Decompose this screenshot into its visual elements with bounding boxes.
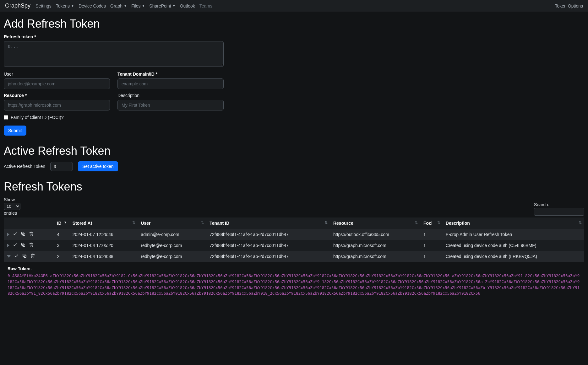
label-show: Show <box>4 197 15 202</box>
cell-resource: https://graph.microsoft.com <box>330 251 420 262</box>
cell-foci: 1 <box>420 251 443 262</box>
cell-user: redbyte@e-corp.com <box>138 240 206 251</box>
label-user: User <box>4 72 110 77</box>
tenant-input[interactable] <box>117 78 224 89</box>
navbar: GraphSpy SettingsTokens▼Device CodesGrap… <box>0 0 588 12</box>
check-icon[interactable] <box>13 242 18 248</box>
cell-foci: 1 <box>420 240 443 251</box>
active-token-input[interactable] <box>50 162 73 171</box>
expand-icon[interactable] <box>7 233 9 236</box>
table-length: Show 102550100 entries <box>4 197 20 216</box>
col-user[interactable]: User <box>138 217 206 229</box>
resource-input[interactable] <box>4 100 110 110</box>
table-body: 42024-01-07 12:26:46admin@e-corp.com72f9… <box>4 229 584 262</box>
label-resource: Resource * <box>4 93 110 98</box>
copy-icon[interactable] <box>21 242 26 248</box>
nav-graph[interactable]: Graph▼ <box>110 3 127 8</box>
nav-token-options[interactable]: Token Options <box>555 3 583 8</box>
copy-icon[interactable] <box>22 253 27 259</box>
raw-token-label: Raw Token: <box>8 266 580 271</box>
chevron-down-icon: ▼ <box>142 4 145 8</box>
label-tenant: Tenant Domain/ID * <box>117 72 224 77</box>
cell-tenant: 72f988bf-86f1-41af-91ab-2d7cd011db47 <box>206 240 330 251</box>
refresh-tokens-table: IDStored AtUserTenant IDResourceFociDesc… <box>4 217 584 262</box>
col-id[interactable]: ID <box>54 217 69 229</box>
check-icon[interactable] <box>14 253 19 259</box>
label-search: Search: <box>534 202 549 207</box>
nav-sharepoint[interactable]: SharePoint▼ <box>149 3 175 8</box>
refresh-token-input[interactable] <box>4 41 224 67</box>
cell-user: admin@e-corp.com <box>138 229 206 240</box>
nav-settings[interactable]: Settings <box>35 3 52 8</box>
cell-desc: Created using device code auth (C54L96BM… <box>443 240 584 251</box>
raw-token-text: 0.AS8AYEfVkp24GE6faZbY9182Cx56aZbY9182Cx… <box>8 273 580 297</box>
user-input[interactable] <box>4 78 110 89</box>
chevron-down-icon: ▼ <box>124 4 127 8</box>
cell-stored: 2024-01-04 16:28:38 <box>69 251 138 262</box>
chevron-down-icon: ▼ <box>71 4 74 8</box>
col-foci[interactable]: Foci <box>420 217 443 229</box>
table-search: Search: <box>534 202 584 216</box>
trash-icon[interactable] <box>30 253 35 259</box>
label-entries: entries <box>4 211 17 216</box>
col-actions <box>4 217 54 229</box>
col-resource[interactable]: Resource <box>330 217 420 229</box>
label-description: Description <box>117 93 224 98</box>
trash-icon[interactable] <box>29 242 34 248</box>
col-description[interactable]: Description <box>443 217 584 229</box>
nav-outlook[interactable]: Outlook <box>180 3 195 8</box>
table-row: 22024-01-04 16:28:38redbyte@e-corp.com72… <box>4 251 584 262</box>
cell-id: 3 <box>54 240 69 251</box>
brand[interactable]: GraphSpy <box>5 3 30 9</box>
raw-token-block: Raw Token: 0.AS8AYEfVkp24GE6faZbY9182Cx5… <box>4 263 584 300</box>
nav-device-codes[interactable]: Device Codes <box>79 3 106 8</box>
label-active-token: Active Refresh Token <box>4 164 45 169</box>
table-row: 42024-01-07 12:26:46admin@e-corp.com72f9… <box>4 229 584 240</box>
copy-icon[interactable] <box>21 231 26 237</box>
cell-tenant: 72f988bf-86f1-41af-91ab-2d7cd011db47 <box>206 229 330 240</box>
cell-id: 4 <box>54 229 69 240</box>
chevron-down-icon: ▼ <box>172 4 176 8</box>
nav-teams: Teams <box>199 3 212 8</box>
label-refresh-token: Refresh token * <box>4 34 224 39</box>
search-input[interactable] <box>534 208 584 216</box>
description-input[interactable] <box>117 100 224 110</box>
length-select[interactable]: 102550100 <box>4 203 20 210</box>
cell-foci: 1 <box>420 229 443 240</box>
col-stored-at[interactable]: Stored At <box>69 217 138 229</box>
cell-resource: https://graph.microsoft.com <box>330 240 420 251</box>
nav-files[interactable]: Files▼ <box>131 3 145 8</box>
trash-icon[interactable] <box>29 231 34 237</box>
check-icon[interactable] <box>13 231 18 237</box>
label-foci: Family of Client ID (FOCI)? <box>11 115 64 120</box>
cell-resource: https://outlook.office365.com <box>330 229 420 240</box>
cell-stored: 2024-01-07 12:26:46 <box>69 229 138 240</box>
cell-id: 2 <box>54 251 69 262</box>
nav-tokens[interactable]: Tokens▼ <box>56 3 74 8</box>
foci-checkbox[interactable] <box>4 115 8 120</box>
submit-button[interactable]: Submit <box>4 126 26 136</box>
cell-user: redbyte@e-corp.com <box>138 251 206 262</box>
set-active-button[interactable]: Set active token <box>78 161 118 171</box>
cell-desc: Created using device code auth (LRKBVQ5J… <box>443 251 584 262</box>
table-header-row: IDStored AtUserTenant IDResourceFociDesc… <box>4 217 584 229</box>
heading-add-refresh-token: Add Refresh Token <box>4 17 584 30</box>
expand-icon[interactable] <box>7 255 11 258</box>
cell-desc: E-crop Admin User Refresh Token <box>443 229 584 240</box>
nav-links: SettingsTokens▼Device CodesGraph▼Files▼S… <box>35 3 212 8</box>
heading-active-token: Active Refresh Token <box>4 144 584 158</box>
col-tenant-id[interactable]: Tenant ID <box>206 217 330 229</box>
expand-icon[interactable] <box>7 244 9 247</box>
heading-refresh-tokens: Refresh Tokens <box>4 180 584 193</box>
table-row: 32024-01-04 17:05:20redbyte@e-corp.com72… <box>4 240 584 251</box>
cell-stored: 2024-01-04 17:05:20 <box>69 240 138 251</box>
cell-tenant: 72f988bf-86f1-41af-91ab-2d7cd011db47 <box>206 251 330 262</box>
